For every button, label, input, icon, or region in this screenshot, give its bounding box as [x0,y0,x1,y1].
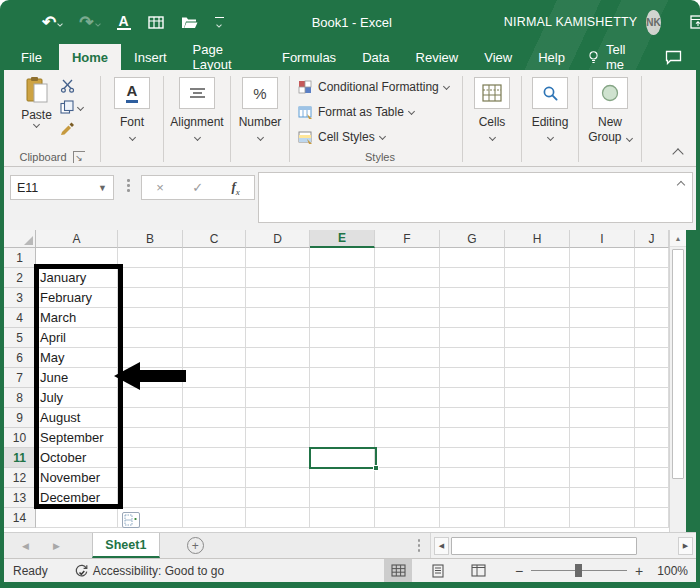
row-header-6[interactable]: 6 [4,348,36,368]
cell-A6[interactable]: May [36,348,118,368]
cell-C12[interactable] [183,468,246,488]
cell-E10[interactable] [310,428,375,448]
cell-E13[interactable] [310,488,375,508]
cancel-button[interactable]: × [156,180,164,195]
new-sheet-button[interactable]: + [187,537,204,554]
sheet-nav-right-icon[interactable]: ▶ [53,541,60,551]
page-break-preview-button[interactable] [464,559,492,582]
format-painter-button[interactable] [60,121,83,135]
cell-B12[interactable] [118,468,183,488]
cell-H1[interactable] [505,248,570,268]
cell-B1[interactable] [118,248,183,268]
enter-button[interactable]: ✓ [192,180,203,195]
tab-data[interactable]: Data [349,44,402,70]
column-header-H[interactable]: H [505,230,570,248]
scroll-right-icon[interactable]: ▶ [678,537,693,555]
cell-H13[interactable] [505,488,570,508]
column-header-C[interactable]: C [183,230,246,248]
comments-button[interactable] [651,44,696,70]
column-header-F[interactable]: F [375,230,440,248]
cell-G8[interactable] [440,388,505,408]
cell-E3[interactable] [310,288,375,308]
row-header-1[interactable]: 1 [4,248,36,268]
cell-C11[interactable] [183,448,246,468]
editing-group-button[interactable]: Editing [522,74,578,166]
font-color-button[interactable]: A [117,14,131,30]
cell-I13[interactable] [570,488,635,508]
cell-D5[interactable] [246,328,310,348]
cell-F10[interactable] [375,428,440,448]
cell-G5[interactable] [440,328,505,348]
cell-A9[interactable]: August [36,408,118,428]
cell-H10[interactable] [505,428,570,448]
cell-H7[interactable] [505,368,570,388]
accessibility-status[interactable]: Accessibility: Good to go [74,563,224,578]
vertical-scrollbar[interactable]: ▲ [669,230,686,532]
horizontal-scrollbar[interactable]: ◀ ▶ [430,533,696,558]
cell-styles-button[interactable]: Cell Styles [298,124,385,149]
tab-insert[interactable]: Insert [121,44,180,70]
cell-B6[interactable] [118,348,183,368]
cell-F12[interactable] [375,468,440,488]
cell-B5[interactable] [118,328,183,348]
cell-J11[interactable] [635,448,669,468]
cell-C3[interactable] [183,288,246,308]
page-layout-view-button[interactable] [424,559,452,582]
cell-B13[interactable] [118,488,183,508]
cell-G11[interactable] [440,448,505,468]
cell-H14[interactable] [505,508,570,528]
cell-D11[interactable] [246,448,310,468]
zoom-slider[interactable] [531,570,627,572]
cell-E1[interactable] [310,248,375,268]
cell-C6[interactable] [183,348,246,368]
row-header-2[interactable]: 2 [4,268,36,288]
zoom-slider-thumb[interactable] [575,564,582,577]
cell-E9[interactable] [310,408,375,428]
cell-B7[interactable] [118,368,183,388]
cell-J5[interactable] [635,328,669,348]
cell-I3[interactable] [570,288,635,308]
cell-G13[interactable] [440,488,505,508]
horizontal-scroll-thumb[interactable] [451,537,637,555]
cell-J10[interactable] [635,428,669,448]
new-group-button[interactable]: NewGroup [579,74,641,166]
cell-D14[interactable] [246,508,310,528]
row-header-11[interactable]: 11 [4,448,36,468]
cell-J7[interactable] [635,368,669,388]
cell-G9[interactable] [440,408,505,428]
vertical-scroll-thumb[interactable] [672,249,684,479]
cell-G10[interactable] [440,428,505,448]
cell-D3[interactable] [246,288,310,308]
open-file-button[interactable] [181,16,198,29]
cell-J3[interactable] [635,288,669,308]
cell-J14[interactable] [635,508,669,528]
tab-home[interactable]: Home [59,44,121,70]
sheet-nav-left-icon[interactable]: ◀ [22,541,29,551]
cell-D9[interactable] [246,408,310,428]
row-header-10[interactable]: 10 [4,428,36,448]
alignment-group-button[interactable]: Alignment [164,74,230,166]
cell-H8[interactable] [505,388,570,408]
column-header-J[interactable]: J [635,230,669,248]
cell-D8[interactable] [246,388,310,408]
cell-G1[interactable] [440,248,505,268]
cell-A12[interactable]: November [36,468,118,488]
formula-input[interactable] [258,172,693,223]
cell-E7[interactable] [310,368,375,388]
cell-B8[interactable] [118,388,183,408]
cell-B4[interactable] [118,308,183,328]
cell-I9[interactable] [570,408,635,428]
number-group-button[interactable]: % Number [231,74,289,166]
cell-F3[interactable] [375,288,440,308]
cell-F11[interactable] [375,448,440,468]
cell-A7[interactable]: June [36,368,118,388]
cell-I2[interactable] [570,268,635,288]
cell-A13[interactable]: December [36,488,118,508]
cell-C1[interactable] [183,248,246,268]
cell-B10[interactable] [118,428,183,448]
cell-H4[interactable] [505,308,570,328]
cell-J2[interactable] [635,268,669,288]
cell-B2[interactable] [118,268,183,288]
cell-G4[interactable] [440,308,505,328]
column-header-I[interactable]: I [570,230,635,248]
